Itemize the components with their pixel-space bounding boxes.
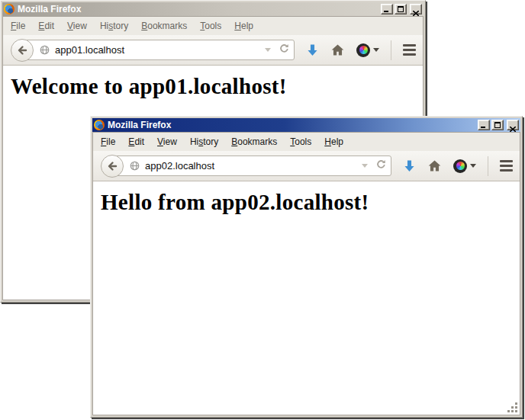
menu-item-help[interactable]: Help <box>234 21 253 31</box>
page-heading: Welcome to app01.localhost! <box>3 74 423 99</box>
url-bar[interactable]: app02.localhost <box>112 155 391 176</box>
window-title: Mozilla Firefox <box>18 4 378 14</box>
firefox-icon[interactable] <box>4 4 14 14</box>
maximize-button[interactable] <box>395 4 407 14</box>
maximize-icon <box>398 6 404 12</box>
menu-item-bookmarks[interactable]: Bookmarks <box>231 136 277 147</box>
window-title: Mozilla Firefox <box>108 120 475 130</box>
url-dropdown-icon[interactable] <box>362 164 368 168</box>
color-wheel-icon <box>453 159 467 173</box>
back-arrow-icon <box>16 44 28 56</box>
back-arrow-icon <box>106 160 118 172</box>
close-button[interactable] <box>410 4 422 14</box>
reload-button[interactable] <box>375 159 387 173</box>
toolbar-separator <box>391 40 391 60</box>
minimize-button[interactable] <box>478 120 490 130</box>
download-button[interactable] <box>306 43 319 57</box>
download-icon <box>403 159 416 173</box>
download-button[interactable] <box>403 159 416 173</box>
addon-button[interactable] <box>356 43 379 57</box>
url-dropdown-icon[interactable] <box>265 48 271 52</box>
home-icon <box>427 159 442 172</box>
menu-item-file[interactable]: File <box>101 136 115 147</box>
titlebar[interactable]: Mozilla Firefox <box>2 2 424 16</box>
titlebar[interactable]: Mozilla Firefox <box>92 118 520 132</box>
home-button[interactable] <box>330 43 345 56</box>
url-bar[interactable]: app01.localhost <box>22 40 295 60</box>
home-button[interactable] <box>427 159 442 172</box>
maximize-button[interactable] <box>491 120 504 130</box>
menu-bar: FileEditViewHistoryBookmarksToolsHelp <box>3 17 423 35</box>
menu-item-bookmarks[interactable]: Bookmarks <box>141 21 187 31</box>
page-content: Hello from app02.localhost! <box>93 181 520 415</box>
menu-bar: FileEditViewHistoryBookmarksToolsHelp <box>93 133 520 151</box>
resize-grip[interactable] <box>507 402 518 413</box>
back-button[interactable] <box>101 155 124 178</box>
menu-item-view[interactable]: View <box>67 21 87 31</box>
menu-item-view[interactable]: View <box>157 136 177 147</box>
menu-item-history[interactable]: History <box>190 136 218 147</box>
url-input[interactable]: app02.localhost <box>145 160 357 172</box>
close-icon <box>510 123 516 134</box>
firefox-icon[interactable] <box>94 120 105 130</box>
window-controls <box>478 120 519 130</box>
addon-caret-icon <box>470 164 476 168</box>
maximize-icon <box>494 122 501 128</box>
app-menu-button[interactable] <box>403 44 416 56</box>
url-input[interactable]: app01.localhost <box>55 44 260 56</box>
close-button[interactable] <box>507 120 519 130</box>
globe-icon[interactable] <box>39 44 50 56</box>
download-icon <box>306 43 319 57</box>
window-controls <box>381 4 422 14</box>
menu-item-history[interactable]: History <box>100 21 128 31</box>
app-menu-button[interactable] <box>500 160 513 172</box>
close-icon <box>413 7 419 18</box>
menu-item-edit[interactable]: Edit <box>128 136 144 147</box>
navigation-toolbar: app02.localhost <box>93 151 520 181</box>
toolbar-separator <box>488 156 488 176</box>
addon-caret-icon <box>373 48 379 52</box>
addon-button[interactable] <box>453 159 476 173</box>
minimize-icon <box>481 127 485 128</box>
navigation-toolbar: app01.localhost <box>3 35 423 66</box>
minimize-icon <box>384 11 388 12</box>
globe-icon[interactable] <box>129 160 140 172</box>
reload-button[interactable] <box>279 43 290 57</box>
menu-item-tools[interactable]: Tools <box>200 21 221 31</box>
color-wheel-icon <box>356 43 370 57</box>
menu-item-file[interactable]: File <box>11 21 25 31</box>
minimize-button[interactable] <box>381 4 393 14</box>
menu-item-edit[interactable]: Edit <box>38 21 54 31</box>
back-button[interactable] <box>11 39 34 62</box>
menu-item-tools[interactable]: Tools <box>290 136 311 147</box>
browser-window-app02: Mozilla Firefox FileEditViewHistoryBookm… <box>90 116 523 418</box>
page-heading: Hello from app02.localhost! <box>93 190 520 215</box>
home-icon <box>330 43 345 56</box>
menu-item-help[interactable]: Help <box>324 136 343 147</box>
